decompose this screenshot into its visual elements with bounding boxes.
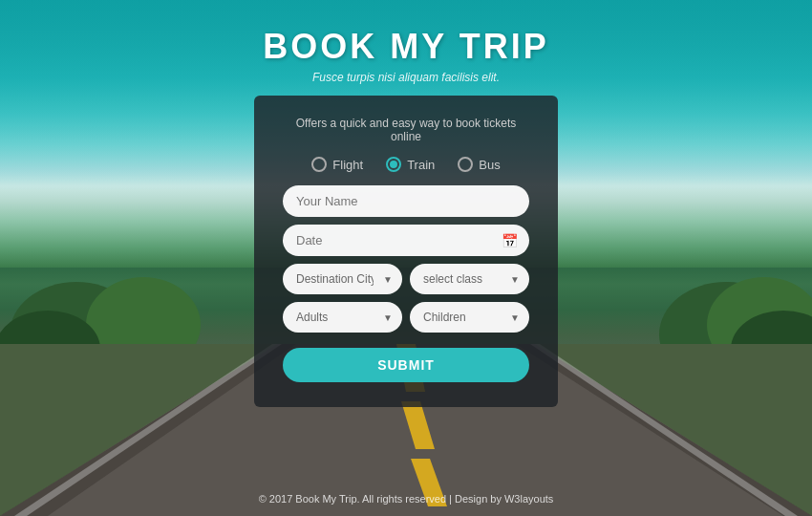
date-wrapper: 📅 xyxy=(283,225,529,256)
destination-dropdown-wrapper: Destination City New York Los Angeles Ch… xyxy=(283,264,402,294)
children-dropdown-wrapper: Children 0 1 2 3 ▼ xyxy=(410,302,529,333)
radio-label-train: Train xyxy=(407,158,435,172)
page-title: BOOK MY TRIP xyxy=(263,27,548,67)
booking-form-card: Offers a quick and easy way to book tick… xyxy=(254,96,558,407)
passengers-row: Adults 1 2 3 4 ▼ Children 0 1 2 3 ▼ xyxy=(283,302,529,333)
class-dropdown-wrapper: select class First Class Business Econom… xyxy=(410,264,529,294)
children-select[interactable]: Children 0 1 2 3 xyxy=(410,302,529,333)
radio-flight[interactable]: Flight xyxy=(311,157,363,172)
transport-radio-group: Flight Train Bus xyxy=(283,157,529,172)
radio-label-bus: Bus xyxy=(479,158,500,172)
class-select[interactable]: select class First Class Business Econom… xyxy=(410,264,529,294)
page-header: BOOK MY TRIP Fusce turpis nisi aliquam f… xyxy=(263,0,548,84)
radio-circle-train xyxy=(386,157,401,172)
destination-select[interactable]: Destination City New York Los Angeles Ch… xyxy=(283,264,402,294)
form-subtitle: Offers a quick and easy way to book tick… xyxy=(283,117,529,143)
page-content: BOOK MY TRIP Fusce turpis nisi aliquam f… xyxy=(0,0,812,516)
adults-dropdown-wrapper: Adults 1 2 3 4 ▼ xyxy=(283,302,402,333)
date-input[interactable] xyxy=(283,225,529,256)
name-input[interactable] xyxy=(283,185,529,217)
footer: © 2017 Book My Trip. All rights reserved… xyxy=(0,493,812,505)
footer-text: © 2017 Book My Trip. All rights reserved… xyxy=(259,493,554,505)
adults-select[interactable]: Adults 1 2 3 4 xyxy=(283,302,402,333)
radio-train[interactable]: Train xyxy=(386,157,435,172)
radio-bus[interactable]: Bus xyxy=(458,157,500,172)
radio-label-flight: Flight xyxy=(332,158,363,172)
calendar-icon: 📅 xyxy=(502,233,518,248)
page-subtitle: Fusce turpis nisi aliquam facilisis elit… xyxy=(263,71,548,84)
radio-circle-flight xyxy=(311,157,327,172)
radio-circle-bus xyxy=(458,157,473,172)
destination-class-row: Destination City New York Los Angeles Ch… xyxy=(283,264,529,294)
submit-button[interactable]: Submit xyxy=(283,348,529,382)
